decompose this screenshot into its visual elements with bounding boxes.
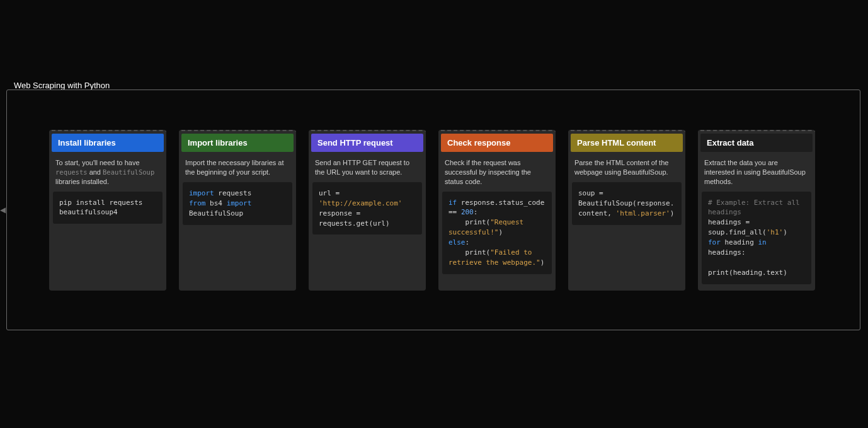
step-card[interactable]: Extract dataExtract the data you are int… (698, 130, 815, 291)
code-block: soup = BeautifulSoup(response.content, '… (572, 182, 682, 225)
card-header: Extract data (700, 134, 813, 152)
inline-code: BeautifulSoup (103, 168, 154, 176)
card-description: Import the necessary libraries at the be… (179, 152, 296, 182)
card-description: Extract the data you are interested in u… (698, 152, 815, 192)
code-token: bs4 (206, 199, 227, 207)
code-token: pip install requests beautifulsoup4 (59, 199, 147, 217)
code-token: for (708, 238, 721, 246)
cards-row: Install librariesTo start, you'll need t… (49, 130, 815, 291)
card-description: Check if the request was successful by i… (438, 152, 556, 192)
code-token: 200 (461, 208, 474, 216)
card-header: Parse HTML content (571, 134, 683, 152)
step-card[interactable]: Send HTTP requestSend an HTTP GET reques… (309, 130, 426, 291)
code-token: url = (319, 189, 344, 197)
code-token: from (189, 199, 206, 207)
code-token: 'http://example.com' (319, 199, 402, 207)
collapse-arrow-icon[interactable]: ◀ (0, 205, 6, 214)
code-token: import (227, 199, 252, 207)
inline-code: requests (55, 168, 88, 176)
desc-text: To start, you'll need to have (55, 159, 140, 166)
code-token: # Example: Extract all headings (708, 199, 804, 217)
desc-text: Import the necessary libraries at the be… (185, 159, 284, 176)
step-card[interactable]: Parse HTML contentParse the HTML content… (568, 130, 685, 291)
code-token: ) (670, 209, 675, 217)
code-token: 'html.parser' (616, 209, 670, 217)
card-description: Send an HTTP GET request to the URL you … (309, 152, 426, 182)
code-token: requests (214, 189, 252, 197)
card-description: Parse the HTML content of the webpage us… (568, 152, 685, 182)
desc-text: and (88, 168, 103, 176)
code-token: headings = soup.find_all( (708, 218, 767, 236)
code-token: else (448, 238, 465, 246)
code-token: import (189, 189, 214, 197)
page-title: Web Scraping with Python (14, 81, 110, 90)
code-block: # Example: Extract all headings headings… (702, 192, 811, 285)
code-token: heading (721, 238, 758, 246)
code-token: if (448, 199, 457, 207)
desc-text: libraries installed. (55, 178, 109, 185)
code-block: url = 'http://example.com' response = re… (312, 182, 422, 235)
step-card[interactable]: Import librariesImport the necessary lib… (179, 130, 296, 291)
card-header: Install libraries (52, 134, 164, 152)
code-token: 'h1' (767, 228, 784, 236)
card-header: Send HTTP request (311, 134, 423, 152)
step-card[interactable]: Check responseCheck if the request was s… (438, 130, 556, 291)
card-header: Check response (441, 134, 553, 152)
desc-text: Check if the request was successful by i… (445, 159, 531, 185)
desc-text: Extract the data you are interested in u… (704, 159, 806, 185)
card-header: Import libraries (181, 134, 294, 152)
code-token: ) (783, 228, 787, 236)
code-token: response = requests.get(url) (319, 209, 390, 228)
code-block: pip install requests beautifulsoup4 (53, 192, 163, 224)
code-block: import requests from bs4 import Beautifu… (183, 182, 292, 225)
code-token: in (758, 238, 766, 246)
desc-text: Send an HTTP GET request to the URL you … (315, 159, 409, 176)
code-block: if response.status_code == 200: print("R… (442, 192, 552, 275)
card-description: To start, you'll need to have requests a… (49, 152, 166, 192)
desc-text: Parse the HTML content of the webpage us… (574, 159, 668, 176)
code-token: ) (540, 258, 545, 267)
step-card[interactable]: Install librariesTo start, you'll need t… (49, 130, 166, 291)
code-token: ) (498, 228, 503, 236)
